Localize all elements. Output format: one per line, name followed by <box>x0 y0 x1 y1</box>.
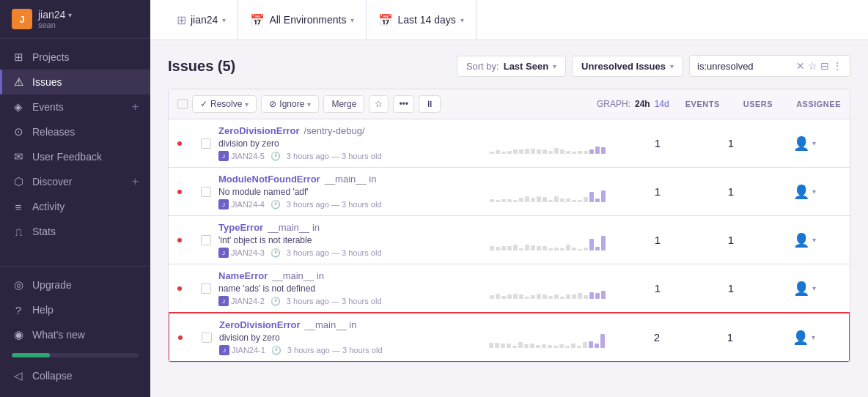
spark-bar <box>577 346 581 347</box>
assignee-cell[interactable]: 👤 ▾ <box>767 330 840 346</box>
org-name[interactable]: jian24 ▾ <box>38 9 72 21</box>
sidebar-item-projects[interactable]: ⊞ Projects <box>0 45 150 70</box>
activity-icon: ≡ <box>12 200 25 213</box>
discover-add-icon[interactable]: + <box>132 175 139 188</box>
spark-bar <box>601 291 606 299</box>
graph-controls: GRAPH: 24h 14d <box>597 99 669 109</box>
spark-bar <box>554 248 559 250</box>
error-indicator <box>177 286 182 291</box>
spark-bar <box>501 296 506 298</box>
sidebar-item-help[interactable]: ? Help <box>0 297 150 322</box>
topbar-timerange[interactable]: 📅 Last 14 days ▾ <box>367 0 476 40</box>
stats-icon: ⎍ <box>12 225 25 238</box>
search-filter[interactable]: is:unresolved ✕ ☆ ⊟ ⋮ <box>689 55 850 77</box>
issue-info[interactable]: TypeError __main__ in 'int' object is no… <box>216 216 474 264</box>
spark-bar <box>531 198 535 201</box>
topbar-environment[interactable]: 📅 All Environments ▾ <box>238 0 367 40</box>
spark-bar <box>560 149 564 154</box>
row-checkbox[interactable] <box>201 235 211 245</box>
spark-bar <box>513 245 518 251</box>
row-checkbox[interactable] <box>201 283 211 294</box>
spark-bar <box>565 346 570 347</box>
events-add-icon[interactable]: + <box>132 100 139 114</box>
period-24h-button[interactable]: 24h <box>635 99 650 109</box>
table-row[interactable]: ZeroDivisionError /sentry-debug/ divisio… <box>169 119 850 168</box>
table-row[interactable]: TypeError __main__ in 'int' object is no… <box>169 216 850 264</box>
assignee-cell[interactable]: 👤 ▾ <box>768 232 841 248</box>
sidebar-item-user-feedback[interactable]: ✉ User Feedback <box>0 144 150 169</box>
bookmark-icon[interactable]: ☆ <box>808 60 817 72</box>
pause-button[interactable]: ⏸ <box>419 95 441 113</box>
assignee-cell[interactable]: 👤 ▾ <box>768 281 841 297</box>
sidebar-item-collapse[interactable]: ◁ Collapse <box>0 363 150 388</box>
sidebar-item-activity[interactable]: ≡ Activity <box>0 194 150 219</box>
row-checkbox-cell <box>201 138 216 149</box>
users-count: 1 <box>694 331 767 344</box>
issue-info[interactable]: NameError __main__ in name 'ads' is not … <box>216 264 474 312</box>
spark-bar <box>572 200 576 201</box>
status-filter-button[interactable]: Unresolved Issues ▾ <box>572 56 683 77</box>
close-icon[interactable]: ✕ <box>796 60 805 72</box>
sidebar-item-issues[interactable]: ⚠ Issues <box>0 70 150 94</box>
status-filter-label: Unresolved Issues <box>581 61 666 72</box>
spark-bar <box>536 345 540 347</box>
issue-info[interactable]: ModuleNotFoundError __main__ in No modul… <box>216 168 474 215</box>
topbar-project[interactable]: ⊞ jian24 ▾ <box>165 0 238 40</box>
table-row[interactable]: NameError __main__ in name 'ads' is not … <box>169 264 850 313</box>
sidebar-item-discover[interactable]: ⬡ Discover + <box>0 169 150 194</box>
avatar: J <box>12 9 32 29</box>
error-indicator <box>177 190 182 194</box>
spark-bar <box>496 200 500 201</box>
sort-button[interactable]: Sort by: Last Seen ▾ <box>457 56 566 77</box>
sidebar-item-upgrade[interactable]: ◎ Upgrade <box>0 272 150 297</box>
select-all-checkbox[interactable] <box>177 99 188 109</box>
spark-bar <box>537 246 541 250</box>
table-row[interactable]: ZeroDivisionError __main__ in division b… <box>168 312 850 363</box>
spark-bar <box>595 198 600 201</box>
issue-info[interactable]: ZeroDivisionError /sentry-debug/ divisio… <box>216 119 474 167</box>
spark-bar <box>601 147 606 153</box>
sidebar-header[interactable]: J jian24 ▾ sean <box>0 0 150 39</box>
more-button[interactable]: ••• <box>393 95 414 113</box>
row-checkbox[interactable] <box>201 138 211 149</box>
assignee-cell[interactable]: 👤 ▾ <box>768 184 841 200</box>
spark-bar <box>513 200 518 201</box>
issue-info[interactable]: ZeroDivisionError __main__ in division b… <box>216 313 474 361</box>
period-14d-button[interactable]: 14d <box>655 99 669 109</box>
graph-cell <box>474 278 621 299</box>
resolve-button[interactable]: ✓ Resolve ▾ <box>192 95 257 113</box>
sidebar-item-releases[interactable]: ⊙ Releases <box>0 119 150 144</box>
sidebar-nav: ⊞ Projects ⚠ Issues ◈ Events + ⊙ Release… <box>0 39 150 266</box>
sidebar-item-stats[interactable]: ⎍ Stats <box>0 219 150 244</box>
users-col-header: USERS <box>743 100 773 108</box>
options-icon[interactable]: ⋮ <box>832 60 842 72</box>
issue-project: J JIAN24-1 <box>219 345 265 355</box>
issue-type: NameError <box>218 270 268 281</box>
upgrade-icon: ◎ <box>12 278 25 292</box>
assignee-cell[interactable]: 👤 ▾ <box>768 136 841 152</box>
resolve-chevron-icon: ▾ <box>245 100 249 108</box>
merge-button[interactable]: Merge <box>323 95 364 113</box>
sidebar-progress <box>12 353 139 357</box>
spark-bar <box>518 342 523 347</box>
row-checkbox[interactable] <box>202 333 212 343</box>
spark-bar <box>507 294 512 299</box>
events-count: 1 <box>621 137 694 149</box>
spark-bar <box>512 346 517 348</box>
bookmark-toolbar-button[interactable]: ☆ <box>369 95 389 113</box>
filter-icon[interactable]: ⊟ <box>820 60 829 72</box>
issue-type: TypeError <box>218 222 263 233</box>
project-id: JIAN24-5 <box>231 152 265 160</box>
ignore-button[interactable]: ⊘ Ignore ▾ <box>261 95 319 113</box>
sidebar-item-label: What's new <box>32 329 85 341</box>
issue-time: 3 hours ago — 3 hours old <box>287 200 382 209</box>
sidebar-item-whats-new[interactable]: ◉ What's new <box>0 322 150 347</box>
feedback-icon: ✉ <box>12 150 25 163</box>
sidebar-item-events[interactable]: ◈ Events + <box>0 94 150 119</box>
timerange-icon: 📅 <box>378 13 393 27</box>
row-checkbox[interactable] <box>201 187 211 197</box>
spark-bar <box>519 248 523 250</box>
spark-bar <box>566 151 570 153</box>
table-row[interactable]: ModuleNotFoundError __main__ in No modul… <box>169 168 850 216</box>
spark-bar <box>513 149 518 154</box>
